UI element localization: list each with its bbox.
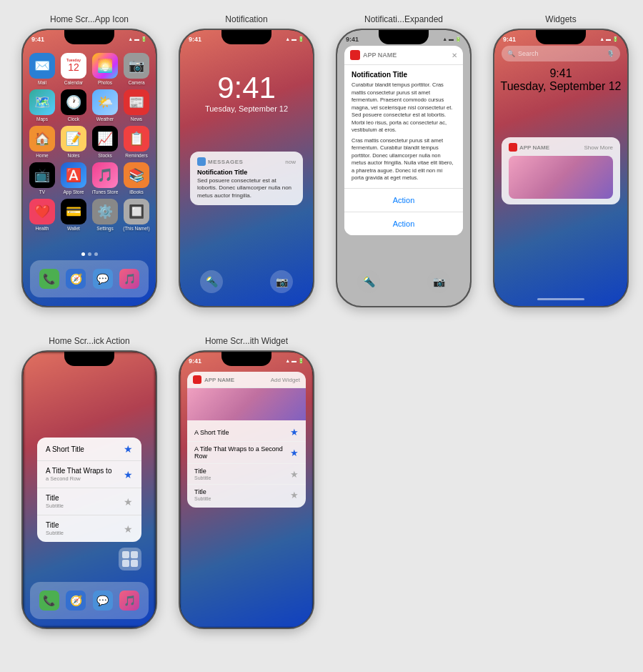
- phone5-qa2[interactable]: A Title That Wraps to a Second Row ★: [37, 461, 141, 488]
- phone1-col: Home Scr...App Icon 9:41 ▲ ▬ 🔋 ✉️ Mail T…: [14, 14, 164, 307]
- phone5-qa4-subtitle: Subtitle: [46, 530, 64, 536]
- app-icon-home: 🏠: [29, 126, 55, 152]
- phone6-item2-star: ★: [290, 448, 299, 458]
- app-maps[interactable]: 🗺️ Maps: [29, 89, 56, 122]
- phone2-locktime: 9:41 Tuesday, September 12: [180, 73, 313, 113]
- phone3-expheader: APP NAME ✕: [344, 46, 463, 65]
- phone3-action2[interactable]: Action: [344, 212, 463, 235]
- phone3-exptext: Curabitur blandit tempus porttitor. Cras…: [352, 81, 456, 134]
- phone5-qa2-star: ★: [124, 469, 133, 480]
- phone5-dock-music[interactable]: 🎵: [119, 591, 139, 611]
- app-label-mail: Mail: [38, 80, 46, 85]
- phone2-status: 9:41 ▲ ▬ 🔋: [180, 33, 313, 46]
- phone6-item2[interactable]: A Title That Wraps to a Second Row ★: [187, 442, 306, 464]
- dock-music[interactable]: 🎵: [119, 269, 139, 289]
- phone6-item3[interactable]: Title Subtitle ★: [187, 464, 306, 485]
- app-reminders[interactable]: 📋 Reminders: [123, 126, 150, 158]
- phone4-widgetappname: APP NAME: [509, 143, 549, 152]
- app-label-maps: Maps: [36, 117, 48, 122]
- phone4-mic-icon[interactable]: 🎙️: [607, 50, 614, 57]
- phone6-time: 9:41: [189, 357, 201, 365]
- app-stocks[interactable]: 📈 Stocks: [91, 126, 119, 158]
- phone3-col: Notificati...Expanded 9:41 ▲ ▬ 🔋 APP NAM…: [329, 14, 479, 307]
- phone-row2: Home Scr...ick Action A Short Title ★ A …: [14, 336, 629, 629]
- app-weather[interactable]: 🌤️ Weather: [91, 89, 119, 122]
- app-settings[interactable]: ⚙️ Settings: [91, 199, 119, 231]
- app-camera[interactable]: 📷 Camera: [123, 53, 150, 85]
- app-home[interactable]: 🏠 Home: [29, 126, 56, 158]
- app-wallet[interactable]: 💳 Wallet: [60, 199, 87, 231]
- phone3-expbody: Notification Title Curabitur blandit tem…: [344, 65, 463, 188]
- app-news[interactable]: 📰 News: [123, 89, 150, 122]
- app-calendar[interactable]: Tuesday 12 Calendar: [60, 53, 87, 85]
- phone3-close-icon[interactable]: ✕: [452, 51, 457, 59]
- phone6-frame: 9:41 ▲ ▬ 🔋 APP NAME Add Widget A Short T…: [179, 350, 314, 629]
- app-ibooks[interactable]: 📚 iBooks: [123, 162, 150, 194]
- app-icon-wallet: 💳: [61, 199, 86, 224]
- phone5-griddot4: [131, 560, 138, 567]
- phone4-searchbar[interactable]: 🔍 Search 🎙️: [502, 46, 620, 61]
- phone2-notifcard[interactable]: MESSAGES now Notification Title Sed posu…: [190, 152, 303, 205]
- phone3-label: Notificati...Expanded: [364, 14, 443, 24]
- phone5-qa1[interactable]: A Short Title ★: [37, 438, 141, 461]
- phone6-icons: ▲ ▬ 🔋: [285, 358, 304, 364]
- phone5-qa4-star: ★: [124, 523, 133, 535]
- dock-messages[interactable]: 💬: [93, 269, 113, 289]
- phone6-widgetcard: APP NAME Add Widget A Short Title ★ A Ti: [187, 372, 306, 508]
- phone5-dock-safari[interactable]: 🧭: [66, 591, 86, 611]
- phone3-flashlight-icon[interactable]: 🔦: [357, 270, 380, 293]
- app-label-ibooks: iBooks: [129, 189, 144, 194]
- phone2-lockbottom: 🔦 📷: [180, 270, 313, 293]
- phone2-bigtime: 9:41: [180, 73, 313, 103]
- app-photos[interactable]: 🌅 Photos: [91, 53, 119, 85]
- phone6-item1-star: ★: [290, 427, 299, 438]
- phone6-item1[interactable]: A Short Title ★: [187, 423, 306, 442]
- app-label-photos: Photos: [98, 80, 112, 85]
- dock-phone[interactable]: 📞: [39, 269, 59, 289]
- app-notes[interactable]: 📝 Notes: [60, 126, 87, 158]
- dock-safari[interactable]: 🧭: [66, 269, 86, 289]
- phone5-dock: 📞 🧭 💬 🎵: [30, 582, 149, 619]
- phone4-widgetcard: APP NAME Show More: [502, 137, 620, 204]
- phone5-dock-messages[interactable]: 💬: [93, 591, 113, 611]
- phone6-item4[interactable]: Title Subtitle ★: [187, 485, 306, 505]
- phone4-showmore[interactable]: Show More: [584, 144, 613, 151]
- phone5-qa3[interactable]: Title Subtitle ★: [37, 488, 141, 515]
- phone4-frame: 9:41 ▲ ▬ 🔋 🔍 Search 🎙️ 9:41 Tuesday, Sep…: [493, 29, 629, 307]
- app-label-camera: Camera: [128, 80, 144, 85]
- phone6-item4-subtitle: Subtitle: [194, 496, 211, 501]
- phone5-dock-phone[interactable]: 📞: [39, 591, 59, 611]
- app-appstore[interactable]: 🅰️ App Store: [60, 162, 87, 194]
- phone5-qa3-subtitle: Subtitle: [46, 503, 64, 509]
- phone5-qa3-title: Title: [46, 494, 64, 502]
- phone6-addwidget[interactable]: Add Widget: [271, 377, 300, 383]
- phone3-action1[interactable]: Action: [344, 189, 463, 212]
- phone3-actionbtns: Action Action: [344, 188, 463, 235]
- phone5-qa4-title: Title: [46, 521, 64, 529]
- phone5-qa4[interactable]: Title Subtitle ★: [37, 515, 141, 542]
- phone1-dock: 📞 🧭 💬 🎵: [30, 260, 149, 297]
- app-icon-appstore: 🅰️: [61, 162, 86, 188]
- phone6-appinfo: APP NAME: [193, 375, 234, 384]
- phone3-expandedcard: APP NAME ✕ Notification Title Curabitur …: [344, 46, 463, 235]
- app-icon-stocks: 📈: [92, 126, 118, 152]
- phone3-appinfo: APP NAME: [350, 50, 397, 60]
- phone6-item3-subtitle: Subtitle: [194, 475, 211, 480]
- phone4-locktime: 9:41 Tuesday, September 12: [494, 67, 627, 93]
- phone6-item3-star: ★: [290, 469, 299, 480]
- app-label-settings: Settings: [96, 226, 114, 231]
- app-itunes[interactable]: 🎵 iTunes Store: [91, 162, 119, 194]
- app-thisname[interactable]: 🔲 (This Name!): [123, 199, 150, 231]
- app-mail[interactable]: ✉️ Mail: [29, 53, 56, 85]
- phone3-camera-icon[interactable]: 📷: [427, 270, 450, 293]
- app-clock[interactable]: 🕐 Clock: [60, 89, 87, 122]
- phone2-camera-icon[interactable]: 📷: [270, 270, 293, 293]
- app-label-stocks: Stocks: [98, 153, 112, 158]
- app-health[interactable]: ❤️ Health: [29, 199, 56, 231]
- phone5-qa2-subtitle: a Second Row: [46, 475, 111, 482]
- phone4-icons: ▲ ▬ 🔋: [599, 36, 619, 42]
- phone6-appname: APP NAME: [204, 377, 234, 383]
- app-tv[interactable]: 📺 TV: [29, 162, 56, 194]
- phone2-flashlight-icon[interactable]: 🔦: [200, 270, 223, 293]
- phone6-col: Home Scr...ith Widget 9:41 ▲ ▬ 🔋 APP NAM…: [171, 336, 322, 629]
